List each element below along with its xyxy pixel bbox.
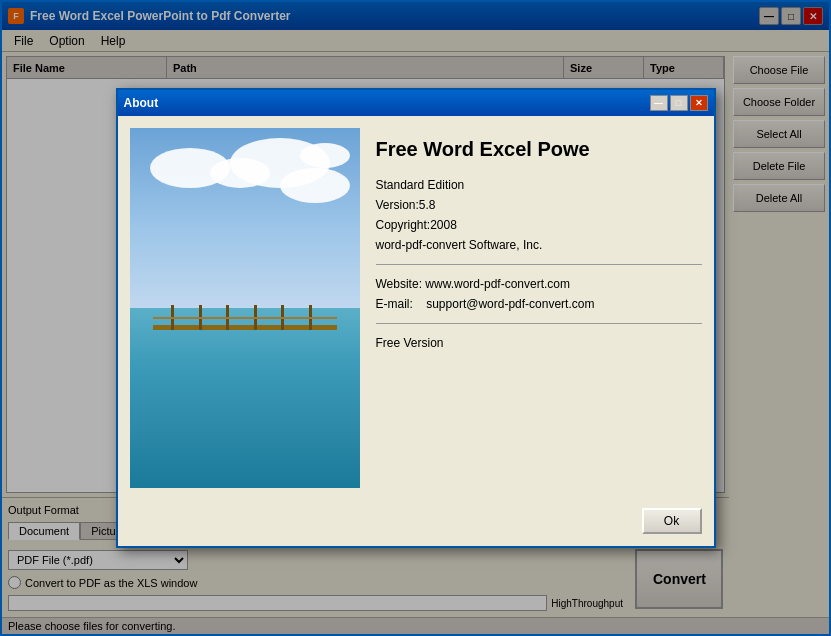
- app-title-big: Free Word Excel Powe: [376, 136, 702, 162]
- dialog-controls: — □ ✕: [650, 95, 708, 111]
- free-version-label: Free Version: [376, 336, 702, 350]
- dialog-info: Free Word Excel Powe Standard Edition Ve…: [376, 128, 702, 488]
- dialog-title: About: [124, 96, 650, 110]
- dialog-minimize[interactable]: —: [650, 95, 668, 111]
- about-dialog: About — □ ✕: [116, 88, 716, 548]
- copyright-line: Copyright:2008: [376, 218, 702, 232]
- dialog-footer: Ok: [118, 500, 714, 546]
- email-value: support@word-pdf-convert.com: [426, 297, 594, 311]
- email-line: E-mail: support@word-pdf-convert.com: [376, 297, 702, 311]
- info-divider: [376, 264, 702, 265]
- website-url: www.word-pdf-convert.com: [425, 277, 570, 291]
- website-line: Website: www.word-pdf-convert.com: [376, 277, 702, 291]
- version-line: Version:5.8: [376, 198, 702, 212]
- cloud-5: [300, 143, 350, 168]
- cloud-4: [280, 168, 350, 203]
- pier-railing: [153, 317, 337, 319]
- company-line: word-pdf-convert Software, Inc.: [376, 238, 702, 252]
- ok-button[interactable]: Ok: [642, 508, 702, 534]
- email-label: E-mail:: [376, 297, 413, 311]
- water-background: [130, 308, 360, 488]
- website-label: Website:: [376, 277, 422, 291]
- dialog-title-bar: About — □ ✕: [118, 90, 714, 116]
- dialog-close[interactable]: ✕: [690, 95, 708, 111]
- main-window: F Free Word Excel PowerPoint to Pdf Conv…: [0, 0, 831, 636]
- dialog-maximize[interactable]: □: [670, 95, 688, 111]
- dialog-content: Free Word Excel Powe Standard Edition Ve…: [118, 116, 714, 500]
- info-divider-2: [376, 323, 702, 324]
- about-image: [130, 128, 360, 488]
- edition-line: Standard Edition: [376, 178, 702, 192]
- dialog-overlay: About — □ ✕: [2, 2, 829, 634]
